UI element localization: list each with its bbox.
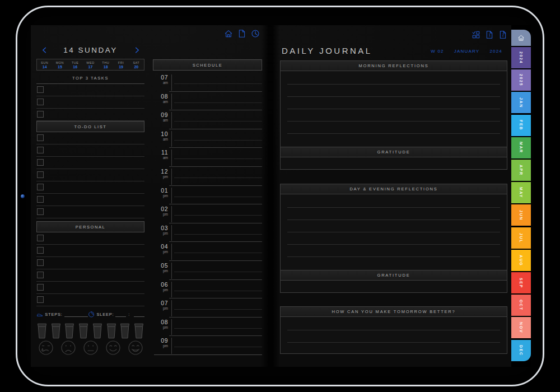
- mood-neutral[interactable]: [83, 340, 98, 356]
- grid-check-icon[interactable]: [472, 30, 480, 39]
- water-cup[interactable]: [78, 323, 89, 339]
- chevron-right-icon[interactable]: [133, 46, 141, 54]
- tab-mar[interactable]: MAR: [511, 137, 531, 158]
- task-row[interactable]: [36, 206, 144, 218]
- tab-feb[interactable]: FEB: [511, 115, 531, 136]
- date-title: 14 SUNDAY: [36, 46, 144, 54]
- schedule-slot[interactable]: 05 pm: [153, 261, 262, 280]
- tab-jun[interactable]: JUN: [511, 204, 531, 226]
- home-icon[interactable]: [224, 29, 233, 38]
- water-cup[interactable]: [36, 323, 48, 339]
- tab-may[interactable]: MAY: [511, 182, 531, 203]
- checkbox[interactable]: [37, 86, 44, 93]
- schedule-slot[interactable]: 11 am: [153, 148, 262, 167]
- water-cup[interactable]: [92, 323, 103, 339]
- task-row[interactable]: [36, 109, 144, 121]
- task-row[interactable]: [36, 144, 144, 157]
- mood-crying[interactable]: [39, 340, 53, 356]
- mood-happy[interactable]: [106, 340, 120, 356]
- task-row[interactable]: [36, 257, 144, 269]
- schedule-slot[interactable]: 07 am: [153, 73, 262, 92]
- page-1-icon[interactable]: 1: [485, 30, 494, 39]
- schedule-slot[interactable]: 10 am: [153, 129, 262, 148]
- task-row[interactable]: [36, 269, 144, 282]
- month-link[interactable]: JANUARY: [454, 49, 480, 54]
- task-row[interactable]: [36, 232, 144, 245]
- task-row[interactable]: [36, 282, 144, 294]
- page-2-icon[interactable]: 2: [498, 30, 507, 39]
- schedule-slot[interactable]: 08 am: [153, 92, 262, 111]
- checkbox[interactable]: [37, 147, 44, 153]
- tab-2024[interactable]: 2024: [511, 47, 531, 68]
- task-row[interactable]: [36, 84, 144, 96]
- week-day-sun[interactable]: SUN 14: [37, 59, 52, 70]
- week-link[interactable]: W 02: [431, 49, 444, 54]
- water-cup[interactable]: [119, 323, 130, 339]
- task-row[interactable]: [36, 132, 144, 144]
- checkbox[interactable]: [37, 208, 44, 215]
- checkbox[interactable]: [37, 111, 44, 118]
- week-day-thu[interactable]: THU 18: [98, 59, 113, 70]
- schedule-slot[interactable]: 12 pm: [153, 167, 262, 186]
- task-row[interactable]: [36, 169, 144, 181]
- schedule-slot[interactable]: 09 am: [153, 110, 262, 129]
- task-row[interactable]: [36, 181, 144, 194]
- new-page-icon[interactable]: [237, 29, 246, 38]
- week-day-wed[interactable]: WED 17: [83, 59, 98, 70]
- checkbox[interactable]: [37, 235, 44, 241]
- tab-jul[interactable]: JUL: [511, 227, 531, 249]
- checkbox[interactable]: [37, 99, 44, 105]
- week-day-fri[interactable]: FRI 19: [113, 59, 128, 70]
- task-row[interactable]: [36, 294, 144, 306]
- journal-section-tomorrow[interactable]: HOW CAN YOU MAKE TOMORROW BETTER?: [280, 306, 507, 354]
- water-cup[interactable]: [106, 323, 117, 339]
- checkbox[interactable]: [37, 159, 44, 166]
- water-cup[interactable]: [133, 323, 144, 339]
- tab-oct[interactable]: OCT: [511, 295, 531, 316]
- sleep-hours-input[interactable]: [115, 311, 126, 317]
- journal-section-evening[interactable]: DAY & EVENING REFLECTIONS GRATITUDE: [280, 184, 507, 293]
- checkbox[interactable]: [37, 284, 44, 291]
- tab-sep[interactable]: SEP: [511, 272, 531, 293]
- checkbox[interactable]: [37, 196, 44, 203]
- checkbox[interactable]: [37, 259, 44, 266]
- schedule-slot[interactable]: 03 pm: [153, 223, 262, 242]
- tab-jan[interactable]: JAN: [511, 92, 531, 113]
- journal-section-morning[interactable]: MORNING REFLECTIONS GRATITUDE: [280, 60, 507, 170]
- tab-2025[interactable]: 2025: [511, 69, 531, 91]
- checkbox[interactable]: [37, 272, 44, 278]
- tab-label: JUN: [519, 210, 523, 221]
- mood-laughing[interactable]: [128, 340, 143, 356]
- task-row[interactable]: [36, 157, 144, 169]
- schedule-slot[interactable]: 04 pm: [153, 242, 262, 261]
- tab-aug[interactable]: AUG: [511, 250, 531, 271]
- tab-home[interactable]: [511, 30, 531, 46]
- schedule-slot[interactable]: 07 pm: [153, 298, 262, 318]
- tab-nov[interactable]: NOV: [511, 317, 531, 338]
- checkbox[interactable]: [37, 184, 44, 190]
- tab-apr[interactable]: APR: [511, 160, 531, 181]
- schedule-slot[interactable]: 02 pm: [153, 204, 262, 223]
- checkbox[interactable]: [37, 296, 44, 303]
- recent-icon[interactable]: [251, 29, 260, 38]
- schedule-slot[interactable]: 09 pm: [153, 336, 262, 355]
- task-row[interactable]: [36, 96, 144, 109]
- checkbox[interactable]: [37, 247, 44, 254]
- schedule-slot[interactable]: 01 pm: [153, 186, 262, 205]
- week-day-sat[interactable]: SAT 20: [129, 59, 144, 70]
- schedule-slot[interactable]: 06 pm: [153, 280, 262, 299]
- tab-dec[interactable]: DEC: [511, 340, 531, 361]
- checkbox[interactable]: [37, 134, 44, 141]
- water-cup[interactable]: [50, 323, 62, 339]
- week-day-mon[interactable]: MON 15: [52, 59, 67, 70]
- sleep-minutes-input[interactable]: [134, 311, 144, 317]
- week-day-tue[interactable]: TUE 16: [68, 59, 83, 70]
- task-row[interactable]: [36, 194, 144, 206]
- year-link[interactable]: 2024: [489, 49, 502, 54]
- task-row[interactable]: [36, 245, 144, 257]
- steps-input[interactable]: [64, 311, 88, 317]
- mood-sad[interactable]: [61, 340, 76, 356]
- schedule-slot[interactable]: 08 pm: [153, 318, 262, 337]
- water-cup[interactable]: [64, 323, 75, 339]
- checkbox[interactable]: [37, 171, 44, 178]
